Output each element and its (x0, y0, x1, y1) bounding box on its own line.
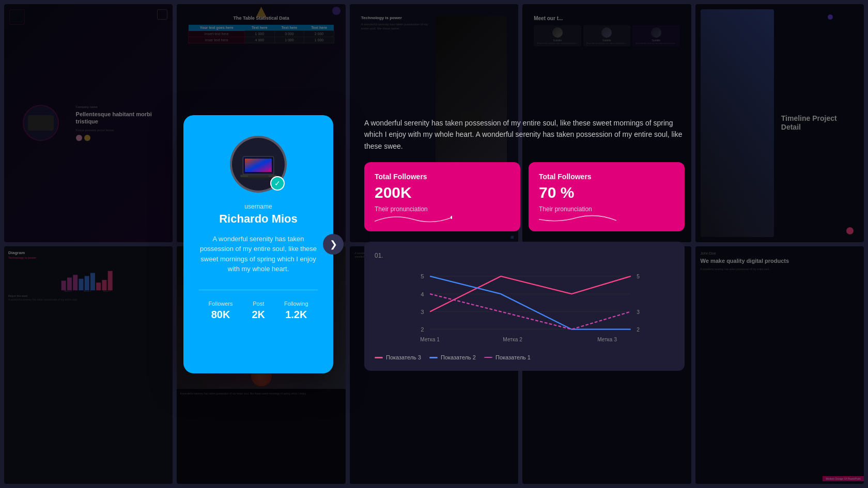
next-arrow-button[interactable]: ❯ (323, 234, 344, 255)
legend-color-3 (484, 357, 492, 358)
followers-card-2: Total Followers 70 % Their pronunciation (529, 162, 685, 231)
svg-text:2: 2 (637, 327, 640, 333)
legend-item-3: Показатель 1 (484, 354, 531, 360)
verified-badge: ✓ (270, 176, 285, 191)
stats-row: Followers 80K Post 2K Following 1.2K (199, 290, 318, 321)
legend-color-2 (429, 357, 438, 358)
description: A wonderful serenity has taken possessio… (364, 117, 685, 152)
svg-text:5: 5 (637, 274, 640, 280)
svg-text:3: 3 (637, 309, 640, 315)
svg-rect-15 (245, 159, 272, 172)
svg-text:2: 2 (421, 326, 424, 333)
username-display: Richardo Mios (219, 212, 298, 226)
legend-item-2: Показатель 2 (429, 354, 476, 360)
svg-point-18 (451, 216, 452, 219)
profile-card: ✓ username Richardo Mios A wonderful ser… (183, 115, 333, 373)
svg-text:5: 5 (421, 274, 424, 280)
legend-item-1: Показатель 3 (375, 354, 421, 360)
legend-color-1 (375, 357, 383, 358)
right-panel: A wonderful serenity has taken possessio… (364, 117, 685, 371)
bio-text: A wonderful serenity has taken possessio… (199, 234, 318, 274)
followers-stat: Followers 80K (208, 301, 233, 321)
wave-svg-1 (375, 210, 452, 225)
svg-rect-17 (248, 176, 269, 177)
svg-text:Метка 2: Метка 2 (503, 337, 522, 342)
stats-cards: Total Followers 200K Their pronunciation… (364, 162, 685, 231)
svg-text:3: 3 (421, 309, 424, 315)
post-stat: Post 2K (252, 301, 266, 321)
line-chart: 5 4 3 2 Метка 1 Метка 2 Метка 3 5 2 3 (375, 264, 674, 347)
chart-legend: Показатель 3 Показатель 2 Показатель 1 (375, 354, 674, 360)
username-label: username (244, 203, 272, 210)
avatar-wrapper: ✓ (230, 136, 287, 193)
main-overlay: ✓ username Richardo Mios A wonderful ser… (0, 0, 868, 488)
wave-svg-2 (539, 210, 616, 225)
chart-container: 01. 5 4 3 2 Метка 1 (364, 242, 685, 371)
svg-text:Метка 1: Метка 1 (420, 337, 440, 342)
following-stat: Following 1.2K (284, 301, 308, 321)
svg-text:Метка 3: Метка 3 (597, 337, 617, 342)
followers-card-1: Total Followers 200K Their pronunciation (364, 162, 520, 231)
svg-text:4: 4 (421, 291, 424, 297)
